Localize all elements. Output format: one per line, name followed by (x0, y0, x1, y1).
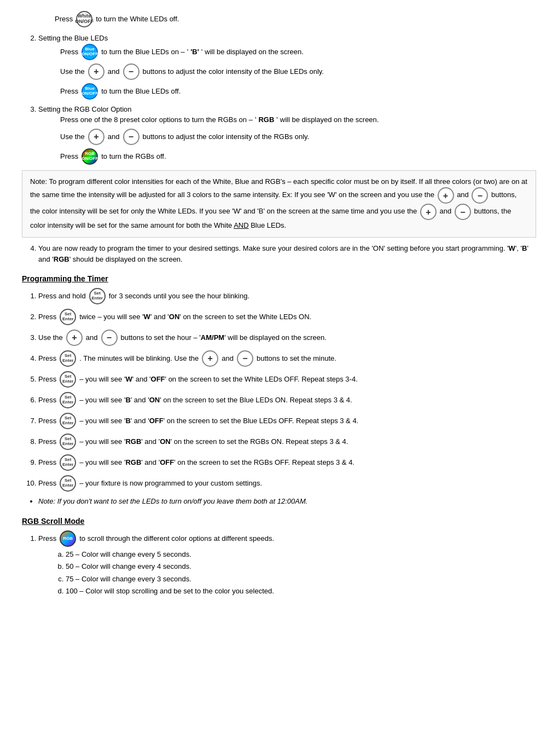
section2-heading: Setting the Blue LEDs (38, 34, 108, 42)
s2c-press: Press (60, 86, 78, 97)
p4-and: and (222, 353, 234, 364)
set-enter-icon-1: SetEnter (89, 288, 106, 304)
press-label: Press (55, 14, 73, 25)
prog-step-7: Press SetEnter – you will see 'B' and 'O… (38, 413, 536, 429)
s3c: Press RGBON/OFF to turn the RGBs off. (60, 148, 536, 165)
plus-icon-s3b: + (88, 129, 104, 145)
programming-timer-heading: Programming the Timer (22, 273, 536, 285)
plus-icon-note2: + (420, 204, 437, 220)
minus-icon-note2: − (455, 204, 471, 220)
rs1-a: 25 – Color will change every 5 seconds. (66, 549, 536, 560)
prog-step-9: Press SetEnter – you will see 'RGB' and … (38, 454, 536, 471)
note-bullet-item: Note: If you don't want to set the LEDs … (38, 496, 536, 507)
rs1-c: 75 – Color will change every 3 seconds. (66, 574, 536, 585)
p3-and: and (86, 332, 98, 343)
s3c-text: to turn the RGBs off. (101, 151, 166, 162)
p9-rest: – you will see 'RGB' and 'OFF' on the sc… (79, 457, 354, 468)
s3b: Use the + and − buttons to adjust the co… (60, 129, 536, 145)
prog-step-2: Press SetEnter twice – you will see 'W' … (38, 309, 536, 325)
rs1-text1: Press (38, 533, 56, 544)
s2a-bold: 'B' (190, 47, 199, 57)
blue-onoff-icon-c: BlueON/OFF (82, 83, 98, 100)
p2-rest: twice – you will see 'W' and 'ON' on the… (79, 311, 311, 322)
prog-step-3: Use the + and − buttons to set the hour … (38, 330, 536, 346)
blue-onoff-icon-a: BlueON/OFF (82, 44, 98, 60)
set-enter-icon-8: SetEnter (60, 434, 76, 450)
s2a-press: Press (60, 47, 78, 57)
plus-icon-p4: + (202, 350, 218, 367)
p8-rest: – you will see 'RGB' and 'ON' on the scr… (79, 436, 348, 447)
p8-text1: Press (38, 436, 56, 447)
section-2: Setting the Blue LEDs Press BlueON/OFF t… (38, 33, 536, 100)
s2c-text: to turn the Blue LEDs off. (101, 86, 181, 97)
rgb-scroll-step-1: Press RGB to scroll through the differen… (38, 530, 536, 597)
s3a-bold: RGB (258, 114, 274, 125)
set-enter-icon-4: SetEnter (60, 350, 76, 367)
rgb-scroll-heading: RGB Scroll Mode (22, 516, 536, 527)
s3b-text1: Use the (60, 131, 85, 142)
step-c-white-off: Press WhiteON/OFF to turn the White LEDs… (55, 11, 536, 27)
prog-step-10: Press SetEnter – your fixture is now pro… (38, 475, 536, 492)
p6-rest: – you will see 'B' and 'ON' on the scree… (79, 395, 352, 406)
s2a-text1: to turn the Blue LEDs on – (101, 47, 184, 57)
s2a: Press BlueON/OFF to turn the Blue LEDs o… (60, 44, 536, 60)
s4-text: You are now ready to program the timer t… (38, 244, 528, 263)
s3a-text1: Press one of the 8 preset color options … (60, 114, 253, 125)
p4-text3: buttons to set the minute. (257, 353, 336, 364)
s2a-text2: will be displayed on the screen. (205, 47, 304, 57)
set-enter-icon-2: SetEnter (60, 309, 76, 325)
s3a-text2: will be displayed on the screen. (280, 114, 379, 125)
prog-step-4: Press SetEnter . The minutes will be bli… (38, 350, 536, 367)
s3c-press: Press (60, 151, 78, 162)
note-bullet-list: Note: If you don't want to set the LEDs … (22, 496, 536, 507)
p3-text1: Use the (38, 332, 63, 343)
p4-text2: . The minutes will be blinking. Use the (79, 353, 199, 364)
p4-text1: Press (38, 353, 56, 364)
plus-icon-note1: + (438, 187, 454, 204)
s3b-text3: buttons to adjust the color intensity of… (143, 131, 310, 142)
p7-rest: – you will see 'B' and 'OFF' on the scre… (79, 415, 358, 426)
s2b: Use the + and − buttons to adjust the co… (60, 64, 536, 80)
p7-text1: Press (38, 415, 56, 426)
s2b-text3: buttons to adjust the color intensity of… (143, 66, 324, 77)
rs1-b: 50 – Color will change every 4 seconds. (66, 561, 536, 572)
p5-text1: Press (38, 374, 56, 385)
p9-text1: Press (38, 457, 56, 468)
set-enter-icon-7: SetEnter (60, 413, 76, 429)
prog-step-8: Press SetEnter – you will see 'RGB' and … (38, 434, 536, 450)
rgb-scroll-icon: RGB (60, 530, 76, 547)
prog-step-6: Press SetEnter – you will see 'B' and 'O… (38, 392, 536, 408)
section3-heading: Setting the RGB Color Option (38, 105, 132, 113)
rs1-d: 100 – Color will stop scrolling and be s… (66, 586, 536, 597)
rgb-onoff-icon: RGBON/OFF (82, 148, 98, 165)
s2c: Press BlueON/OFF to turn the Blue LEDs o… (60, 83, 536, 100)
p10-text1: Press (38, 478, 56, 489)
section-4: You are now ready to program the timer t… (38, 243, 536, 264)
white-onoff-icon: WhiteON/OFF (76, 11, 92, 27)
plus-icon-s2b: + (88, 64, 104, 80)
s2b-text1: Use the (60, 66, 85, 77)
set-enter-icon-6: SetEnter (60, 392, 76, 408)
prog-step-5: Press SetEnter – you will see 'W' and 'O… (38, 371, 536, 388)
minus-icon-p3: − (101, 330, 118, 346)
p2-text1: Press (38, 311, 56, 322)
note-and1: and (457, 191, 469, 199)
note-and2: and (439, 207, 451, 216)
minus-icon-s3b: − (123, 129, 140, 145)
prog-step-1: Press and hold SetEnter for 3 seconds un… (38, 288, 536, 304)
p5-rest: – you will see 'W' and 'OFF' on the scre… (79, 374, 358, 385)
minus-icon-p4: − (237, 350, 253, 367)
white-off-text: to turn the White LEDs off. (96, 14, 179, 25)
s2b-and: and (108, 66, 120, 77)
s3b-and: and (108, 131, 120, 142)
p1-text1: Press and hold (38, 291, 86, 302)
set-enter-icon-9: SetEnter (60, 454, 76, 471)
plus-icon-p3: + (66, 330, 83, 346)
p10-text2: – your fixture is now programmed to your… (79, 478, 262, 489)
minus-icon-note1: − (472, 187, 488, 204)
s3a: Press one of the 8 preset color options … (60, 114, 536, 125)
p3-text2: buttons to set the hour – 'AM/PM' will b… (121, 332, 327, 343)
p6-text1: Press (38, 395, 56, 406)
minus-icon-s2b: − (123, 64, 140, 80)
section-3: Setting the RGB Color Option Press one o… (38, 104, 536, 165)
